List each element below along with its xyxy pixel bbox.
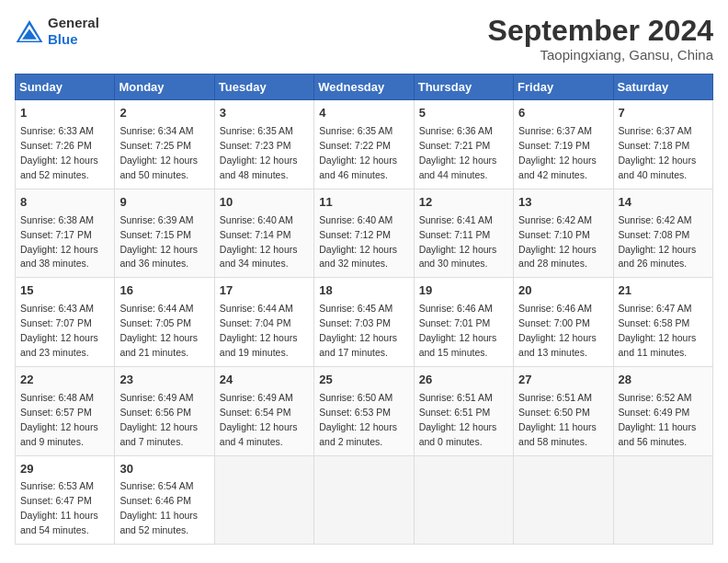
- calendar-day-cell: 11Sunrise: 6:40 AMSunset: 7:12 PMDayligh…: [314, 189, 414, 278]
- weekday-header: Friday: [514, 75, 613, 100]
- calendar-day-cell: 6Sunrise: 6:37 AMSunset: 7:19 PMDaylight…: [514, 100, 613, 190]
- calendar-day-cell: [414, 455, 513, 545]
- day-info: Sunrise: 6:41 AMSunset: 7:11 PMDaylight:…: [419, 214, 497, 270]
- page-header: General Blue September 2024 Taopingxiang…: [15, 15, 713, 63]
- calendar-day-cell: 29Sunrise: 6:53 AMSunset: 6:47 PMDayligh…: [16, 455, 115, 545]
- day-number: 22: [20, 372, 109, 389]
- day-info: Sunrise: 6:47 AMSunset: 6:58 PMDaylight:…: [619, 303, 697, 358]
- day-number: 25: [319, 372, 408, 389]
- calendar-day-cell: 21Sunrise: 6:47 AMSunset: 6:58 PMDayligh…: [613, 278, 712, 367]
- day-info: Sunrise: 6:42 AMSunset: 7:08 PMDaylight:…: [619, 214, 697, 270]
- day-number: 16: [119, 282, 209, 300]
- day-info: Sunrise: 6:38 AMSunset: 7:17 PMDaylight:…: [20, 214, 98, 270]
- calendar-week-row: 15Sunrise: 6:43 AMSunset: 7:07 PMDayligh…: [16, 278, 713, 367]
- day-info: Sunrise: 6:33 AMSunset: 7:26 PMDaylight:…: [20, 125, 98, 180]
- calendar-day-cell: [214, 455, 313, 545]
- day-info: Sunrise: 6:50 AMSunset: 6:53 PMDaylight:…: [319, 392, 397, 447]
- month-title: September 2024: [488, 15, 713, 47]
- weekday-header: Tuesday: [214, 75, 313, 100]
- day-info: Sunrise: 6:43 AMSunset: 7:07 PMDaylight:…: [20, 303, 98, 358]
- calendar-day-cell: 14Sunrise: 6:42 AMSunset: 7:08 PMDayligh…: [613, 189, 712, 278]
- calendar-day-cell: [314, 455, 414, 545]
- day-number: 24: [220, 372, 309, 389]
- calendar-day-cell: 19Sunrise: 6:46 AMSunset: 7:01 PMDayligh…: [414, 278, 513, 367]
- day-number: 30: [119, 461, 209, 478]
- calendar-day-cell: 28Sunrise: 6:52 AMSunset: 6:49 PMDayligh…: [613, 366, 712, 455]
- calendar-day-cell: 7Sunrise: 6:37 AMSunset: 7:18 PMDaylight…: [613, 100, 712, 190]
- day-info: Sunrise: 6:40 AMSunset: 7:14 PMDaylight:…: [220, 214, 298, 270]
- location-text: Taopingxiang, Gansu, China: [488, 47, 713, 63]
- calendar-day-cell: 26Sunrise: 6:51 AMSunset: 6:51 PMDayligh…: [414, 366, 513, 455]
- day-number: 10: [220, 194, 309, 212]
- day-info: Sunrise: 6:52 AMSunset: 6:49 PMDaylight:…: [619, 392, 697, 447]
- day-number: 20: [518, 282, 608, 300]
- day-number: 8: [20, 194, 109, 212]
- calendar-table: SundayMondayTuesdayWednesdayThursdayFrid…: [15, 74, 713, 545]
- day-info: Sunrise: 6:46 AMSunset: 7:00 PMDaylight:…: [518, 303, 597, 358]
- day-info: Sunrise: 6:44 AMSunset: 7:04 PMDaylight:…: [220, 303, 298, 358]
- calendar-week-row: 1Sunrise: 6:33 AMSunset: 7:26 PMDaylight…: [16, 100, 713, 190]
- day-number: 29: [20, 461, 109, 478]
- calendar-week-row: 8Sunrise: 6:38 AMSunset: 7:17 PMDaylight…: [16, 189, 713, 278]
- calendar-day-cell: 9Sunrise: 6:39 AMSunset: 7:15 PMDaylight…: [115, 189, 214, 278]
- day-info: Sunrise: 6:37 AMSunset: 7:19 PMDaylight:…: [518, 125, 597, 180]
- calendar-day-cell: 4Sunrise: 6:35 AMSunset: 7:22 PMDaylight…: [314, 100, 414, 190]
- day-info: Sunrise: 6:35 AMSunset: 7:22 PMDaylight:…: [319, 125, 397, 180]
- day-info: Sunrise: 6:48 AMSunset: 6:57 PMDaylight:…: [20, 392, 98, 447]
- day-info: Sunrise: 6:44 AMSunset: 7:05 PMDaylight:…: [119, 303, 198, 358]
- calendar-day-cell: 12Sunrise: 6:41 AMSunset: 7:11 PMDayligh…: [414, 189, 513, 278]
- day-info: Sunrise: 6:39 AMSunset: 7:15 PMDaylight:…: [119, 214, 198, 270]
- calendar-day-cell: 20Sunrise: 6:46 AMSunset: 7:00 PMDayligh…: [514, 278, 613, 367]
- calendar-day-cell: 10Sunrise: 6:40 AMSunset: 7:14 PMDayligh…: [214, 189, 313, 278]
- day-number: 23: [119, 372, 209, 389]
- day-info: Sunrise: 6:36 AMSunset: 7:21 PMDaylight:…: [419, 125, 497, 180]
- weekday-header: Saturday: [613, 75, 712, 100]
- calendar-week-row: 29Sunrise: 6:53 AMSunset: 6:47 PMDayligh…: [16, 455, 713, 545]
- logo-blue-text: Blue: [48, 31, 99, 48]
- weekday-header: Thursday: [414, 75, 513, 100]
- day-info: Sunrise: 6:34 AMSunset: 7:25 PMDaylight:…: [119, 125, 198, 180]
- weekday-header: Sunday: [16, 75, 115, 100]
- day-info: Sunrise: 6:40 AMSunset: 7:12 PMDaylight:…: [319, 214, 397, 270]
- day-number: 2: [119, 105, 209, 122]
- day-info: Sunrise: 6:45 AMSunset: 7:03 PMDaylight:…: [319, 303, 397, 358]
- logo-icon: [15, 18, 44, 44]
- day-info: Sunrise: 6:46 AMSunset: 7:01 PMDaylight:…: [419, 303, 497, 358]
- weekday-header: Wednesday: [314, 75, 414, 100]
- day-number: 5: [419, 105, 508, 122]
- calendar-day-cell: 30Sunrise: 6:54 AMSunset: 6:46 PMDayligh…: [115, 455, 214, 545]
- day-number: 1: [20, 105, 109, 122]
- day-info: Sunrise: 6:53 AMSunset: 6:47 PMDaylight:…: [20, 480, 98, 535]
- day-number: 21: [619, 282, 708, 300]
- day-number: 28: [619, 372, 708, 389]
- calendar-day-cell: 1Sunrise: 6:33 AMSunset: 7:26 PMDaylight…: [16, 100, 115, 190]
- calendar-day-cell: 16Sunrise: 6:44 AMSunset: 7:05 PMDayligh…: [115, 278, 214, 367]
- day-number: 6: [518, 105, 608, 122]
- calendar-day-cell: 2Sunrise: 6:34 AMSunset: 7:25 PMDaylight…: [115, 100, 214, 190]
- calendar-day-cell: 18Sunrise: 6:45 AMSunset: 7:03 PMDayligh…: [314, 278, 414, 367]
- logo: General Blue: [15, 15, 99, 48]
- calendar-day-cell: 24Sunrise: 6:49 AMSunset: 6:54 PMDayligh…: [214, 366, 313, 455]
- calendar-day-cell: 3Sunrise: 6:35 AMSunset: 7:23 PMDaylight…: [214, 100, 313, 190]
- day-info: Sunrise: 6:49 AMSunset: 6:56 PMDaylight:…: [119, 392, 198, 447]
- day-info: Sunrise: 6:42 AMSunset: 7:10 PMDaylight:…: [518, 214, 597, 270]
- title-block: September 2024 Taopingxiang, Gansu, Chin…: [488, 15, 713, 63]
- day-number: 14: [619, 194, 708, 212]
- day-number: 12: [419, 194, 508, 212]
- day-number: 9: [119, 194, 209, 212]
- day-number: 26: [419, 372, 508, 389]
- day-number: 13: [518, 194, 608, 212]
- day-number: 11: [319, 194, 408, 212]
- day-number: 19: [419, 282, 508, 300]
- calendar-day-cell: 22Sunrise: 6:48 AMSunset: 6:57 PMDayligh…: [16, 366, 115, 455]
- day-number: 7: [619, 105, 708, 122]
- calendar-day-cell: 23Sunrise: 6:49 AMSunset: 6:56 PMDayligh…: [115, 366, 214, 455]
- calendar-day-cell: [514, 455, 613, 545]
- calendar-day-cell: 17Sunrise: 6:44 AMSunset: 7:04 PMDayligh…: [214, 278, 313, 367]
- day-info: Sunrise: 6:51 AMSunset: 6:50 PMDaylight:…: [518, 392, 597, 447]
- day-info: Sunrise: 6:35 AMSunset: 7:23 PMDaylight:…: [220, 125, 298, 180]
- day-number: 3: [220, 105, 309, 122]
- calendar-day-cell: 5Sunrise: 6:36 AMSunset: 7:21 PMDaylight…: [414, 100, 513, 190]
- day-number: 27: [518, 372, 608, 389]
- day-number: 17: [220, 282, 309, 300]
